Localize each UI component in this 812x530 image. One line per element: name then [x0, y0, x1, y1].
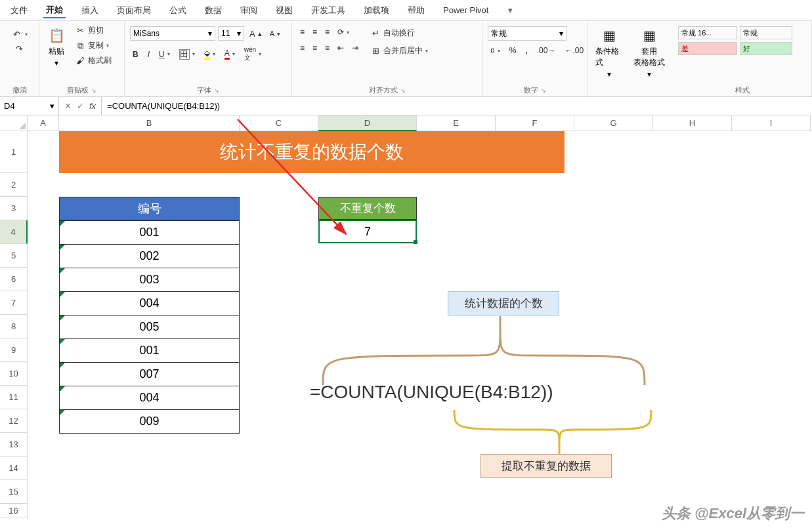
tab-help[interactable]: 帮助: [405, 3, 427, 18]
tab-data[interactable]: 数据: [202, 3, 224, 18]
percent-button[interactable]: %: [507, 45, 519, 56]
col-header-F[interactable]: F: [496, 115, 574, 131]
wrap-text-button[interactable]: ↵自动换行: [368, 26, 431, 40]
row-header-11[interactable]: 11: [0, 386, 28, 409]
row-header-8[interactable]: 8: [0, 315, 28, 338]
font-name-select[interactable]: MiSans▾: [130, 26, 215, 41]
number-format-select[interactable]: 常规▾: [488, 26, 566, 41]
data-cell[interactable]: 004: [60, 291, 239, 315]
tab-view[interactable]: 视图: [273, 3, 295, 18]
conditional-format-button[interactable]: ▦ 条件格式▾: [593, 24, 626, 81]
style-normal16[interactable]: 常规 16…: [678, 26, 737, 39]
tab-dev[interactable]: 开发工具: [309, 3, 348, 18]
col-header-E[interactable]: E: [417, 115, 496, 131]
redo-button[interactable]: ↷: [12, 42, 28, 55]
data-cell[interactable]: 003: [60, 268, 239, 291]
clipboard-expand-icon[interactable]: ↘: [91, 87, 96, 94]
col-header-I[interactable]: I: [732, 115, 811, 131]
ribbon-collapse-icon[interactable]: ▾: [508, 5, 513, 15]
increase-font-button[interactable]: A▴: [247, 28, 265, 40]
name-box[interactable]: D4▾: [0, 97, 59, 115]
format-painter-button[interactable]: 🖌格式刷: [72, 54, 114, 68]
cut-button[interactable]: ✂剪切: [72, 24, 114, 37]
row-header-9[interactable]: 9: [0, 338, 28, 362]
orientation-button[interactable]: ⟳▾: [335, 26, 352, 38]
table-format-label: 套用 表格格式: [633, 46, 665, 68]
row-header-14[interactable]: 14: [0, 457, 28, 480]
bold-button[interactable]: B: [130, 49, 141, 60]
number-expand-icon[interactable]: ↘: [541, 87, 546, 94]
align-left-button[interactable]: ≡: [297, 42, 307, 54]
cancel-formula-button[interactable]: ✕: [64, 101, 72, 111]
tab-file[interactable]: 文件: [8, 3, 30, 18]
col-header-A[interactable]: A: [28, 115, 59, 131]
row-header-5[interactable]: 5: [0, 244, 28, 268]
row-header-1[interactable]: 1: [0, 131, 28, 173]
copy-button[interactable]: ⧉复制▾: [72, 39, 114, 52]
col-header-G[interactable]: G: [574, 115, 653, 131]
currency-button[interactable]: ¤▾: [488, 45, 503, 56]
increase-indent-button[interactable]: ⇥: [349, 42, 361, 54]
data-cell[interactable]: 002: [60, 244, 239, 268]
row-header-2[interactable]: 2: [0, 173, 28, 197]
dec-decimal-button[interactable]: ←.00: [562, 45, 586, 56]
data-cell[interactable]: 009: [60, 409, 239, 433]
style-good[interactable]: 好: [740, 42, 792, 55]
align-middle-button[interactable]: ≡: [310, 26, 320, 38]
undo-icon: ↶: [12, 29, 22, 39]
align-center-button[interactable]: ≡: [310, 42, 320, 54]
col-header-B[interactable]: B: [59, 115, 240, 131]
tab-home[interactable]: 开始: [43, 3, 66, 18]
merge-center-button[interactable]: ⊞合并后居中▾: [368, 44, 431, 58]
inc-decimal-button[interactable]: .00→: [534, 45, 559, 56]
table-format-button[interactable]: ▦ 套用 表格格式▾: [631, 24, 668, 81]
select-all-corner[interactable]: [0, 115, 28, 131]
data-cell[interactable]: 007: [60, 362, 239, 386]
style-bad[interactable]: 差: [678, 42, 737, 55]
data-cell[interactable]: 005: [60, 315, 239, 338]
align-expand-icon[interactable]: ↘: [400, 87, 406, 94]
style-normal[interactable]: 常规: [740, 26, 792, 39]
italic-button[interactable]: I: [145, 49, 152, 60]
accept-formula-button[interactable]: ✓: [77, 101, 84, 111]
font-size-value: 11: [221, 29, 230, 38]
phonetic-button[interactable]: wén文▾: [242, 45, 264, 64]
col-header-H[interactable]: H: [653, 115, 732, 131]
fill-color-button[interactable]: ⬙▾: [202, 47, 218, 61]
decrease-font-button[interactable]: A▾: [267, 28, 283, 39]
tab-insert[interactable]: 插入: [79, 3, 101, 18]
data-cell[interactable]: 001: [60, 220, 239, 244]
formula-bar[interactable]: =COUNTA(UNIQUE(B4:B12)): [102, 97, 812, 115]
undo-button[interactable]: ↶▾: [9, 28, 30, 41]
tab-formulas[interactable]: 公式: [167, 3, 189, 18]
align-bottom-button[interactable]: ≡: [322, 26, 332, 38]
row-header-15[interactable]: 15: [0, 480, 28, 504]
data-cell[interactable]: 004: [60, 386, 239, 409]
fx-icon[interactable]: fx: [89, 101, 96, 111]
font-color-button[interactable]: A▾: [222, 47, 238, 61]
decrease-indent-button[interactable]: ⇤: [335, 42, 347, 54]
row-header-10[interactable]: 10: [0, 362, 28, 386]
row-header-4[interactable]: 4: [0, 220, 28, 244]
row-header-6[interactable]: 6: [0, 268, 28, 291]
font-size-select[interactable]: 11▾: [218, 26, 244, 41]
align-top-button[interactable]: ≡: [297, 26, 307, 38]
paste-button[interactable]: 📋 粘贴 ▾: [45, 24, 68, 70]
row-header-3[interactable]: 3: [0, 197, 28, 220]
comma-button[interactable]: ,: [523, 45, 530, 56]
row-header-13[interactable]: 13: [0, 433, 28, 457]
spreadsheet: 1 2 3 4 5 6 7 8 9 10 11 12 13 14 15 16 A…: [0, 115, 812, 518]
tab-review[interactable]: 审阅: [238, 3, 260, 18]
data-cell[interactable]: 001: [60, 338, 239, 362]
align-right-button[interactable]: ≡: [322, 42, 332, 54]
tab-layout[interactable]: 页面布局: [114, 3, 154, 18]
underline-button[interactable]: U▾: [156, 49, 173, 60]
font-expand-icon[interactable]: ↘: [214, 87, 219, 94]
row-header-16[interactable]: 16: [0, 504, 28, 518]
row-header-7[interactable]: 7: [0, 291, 28, 315]
tab-addins[interactable]: 加载项: [361, 3, 392, 18]
tab-powerpivot[interactable]: Power Pivot: [440, 4, 491, 16]
cut-label: 剪切: [88, 25, 104, 36]
borders-button[interactable]: 田▾: [177, 48, 198, 61]
row-header-12[interactable]: 12: [0, 409, 28, 433]
